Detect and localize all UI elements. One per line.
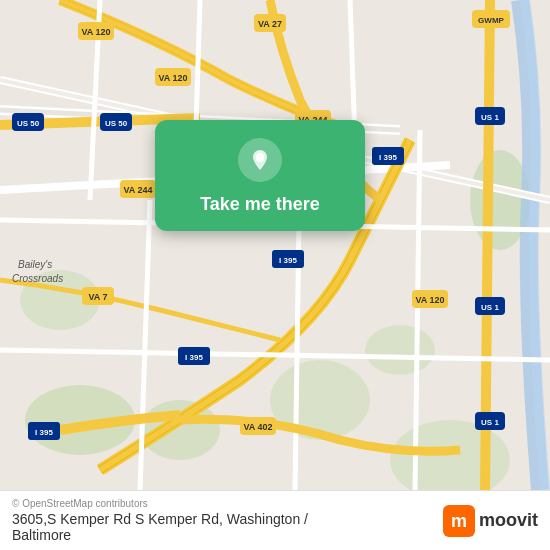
svg-text:US 1: US 1	[481, 303, 499, 312]
moovit-icon-svg: m	[443, 505, 475, 537]
svg-text:I 395: I 395	[279, 256, 297, 265]
svg-point-7	[365, 325, 435, 375]
svg-text:VA 7: VA 7	[88, 292, 107, 302]
address-line2: Baltimore	[12, 527, 71, 543]
svg-text:Bailey's: Bailey's	[18, 259, 52, 270]
address-line1: 3605,S Kemper Rd S Kemper Rd, Washington…	[12, 511, 308, 527]
svg-text:US 50: US 50	[105, 119, 128, 128]
svg-text:VA 120: VA 120	[158, 73, 187, 83]
moovit-logo: m moovit	[443, 505, 538, 537]
svg-text:I 395: I 395	[185, 353, 203, 362]
pin-svg	[248, 148, 272, 172]
svg-text:VA 402: VA 402	[243, 422, 272, 432]
take-me-there-button[interactable]: Take me there	[200, 194, 320, 215]
svg-text:m: m	[451, 511, 467, 531]
bottom-bar: © OpenStreetMap contributors 3605,S Kemp…	[0, 490, 550, 550]
popup-card: Take me there	[155, 120, 365, 231]
svg-text:VA 120: VA 120	[81, 27, 110, 37]
svg-text:US 50: US 50	[17, 119, 40, 128]
svg-point-64	[257, 154, 263, 160]
location-pin-icon	[238, 138, 282, 182]
svg-text:I 395: I 395	[35, 428, 53, 437]
svg-text:VA 27: VA 27	[258, 19, 282, 29]
svg-text:I 395: I 395	[379, 153, 397, 162]
svg-text:VA 120: VA 120	[415, 295, 444, 305]
address-text: 3605,S Kemper Rd S Kemper Rd, Washington…	[12, 511, 308, 543]
map-container: VA 120 VA 120 VA 27 GWMP US 50 US 50 VA …	[0, 0, 550, 490]
svg-text:VA 244: VA 244	[123, 185, 152, 195]
osm-credit: © OpenStreetMap contributors	[12, 498, 308, 509]
svg-point-2	[140, 400, 220, 460]
map-svg: VA 120 VA 120 VA 27 GWMP US 50 US 50 VA …	[0, 0, 550, 490]
svg-text:US 1: US 1	[481, 418, 499, 427]
svg-text:Crossroads: Crossroads	[12, 273, 63, 284]
svg-text:US 1: US 1	[481, 113, 499, 122]
moovit-label-text: moovit	[479, 510, 538, 531]
bottom-left-info: © OpenStreetMap contributors 3605,S Kemp…	[12, 498, 308, 543]
svg-text:GWMP: GWMP	[478, 16, 504, 25]
